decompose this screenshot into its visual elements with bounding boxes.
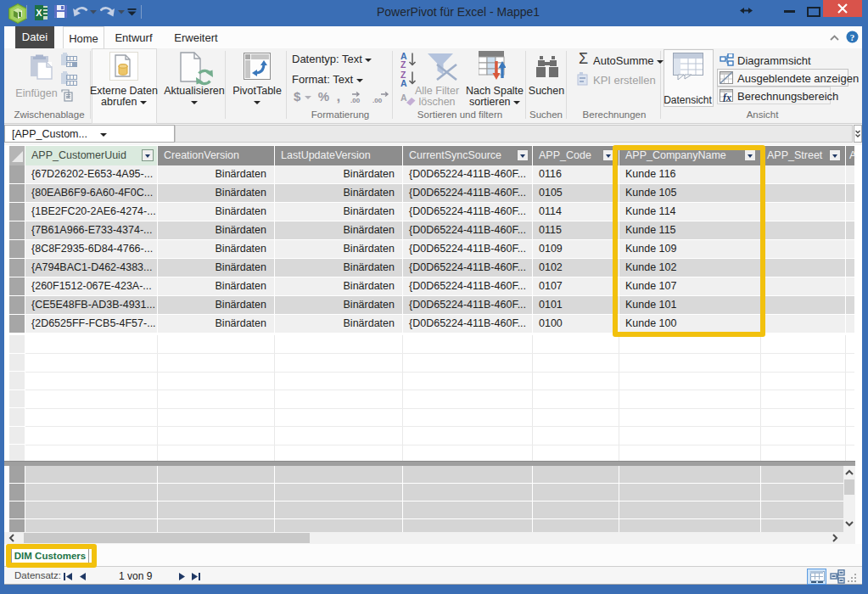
svg-text:fx: fx	[723, 92, 731, 102]
svg-text:A: A	[400, 78, 407, 88]
svg-text:X: X	[36, 8, 42, 18]
svg-text:Z: Z	[400, 59, 406, 70]
svg-text:.00: .00	[372, 97, 383, 104]
svg-text:A: A	[400, 92, 407, 103]
svg-text:.00: .00	[350, 97, 361, 104]
svg-text:?: ?	[850, 32, 855, 42]
